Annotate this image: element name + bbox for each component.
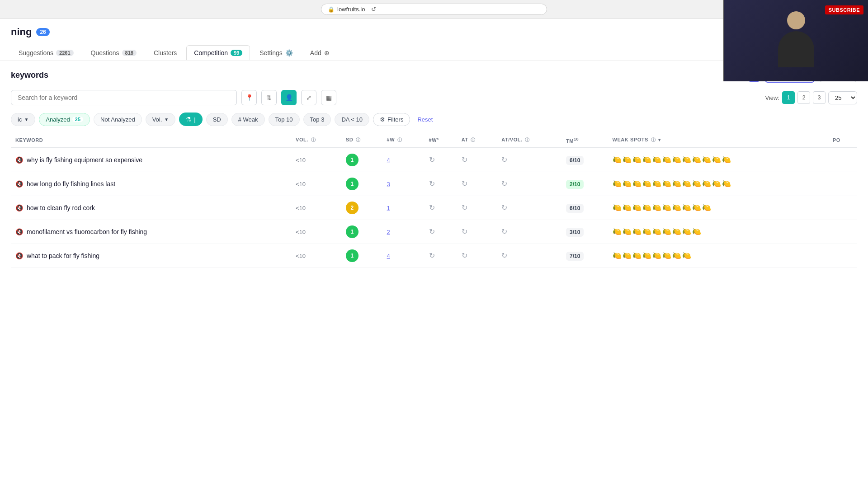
fruit-icon: 🍋 bbox=[632, 227, 642, 236]
weak-spots-cell-2: 🍋🍋🍋🍋🍋🍋🍋🍋🍋🍋 bbox=[608, 196, 828, 220]
w3-refresh-4[interactable]: ↻ bbox=[429, 252, 435, 259]
vol-value-3: <10 bbox=[296, 229, 306, 235]
speaker-icon-2[interactable]: 🔇 bbox=[15, 204, 23, 211]
list-icon-4[interactable]: ≡ bbox=[110, 252, 113, 259]
w3-refresh-2[interactable]: ↻ bbox=[429, 204, 435, 211]
atvol-refresh-3[interactable]: ↻ bbox=[501, 228, 507, 235]
weak-spots-icons-1: 🍋🍋🍋🍋🍋🍋🍋🍋🍋🍋🍋🍋 bbox=[613, 179, 824, 188]
vol-cell-1: <10 bbox=[291, 172, 341, 196]
weak-spots-icons-4: 🍋🍋🍋🍋🍋🍋🍋🍋 bbox=[613, 251, 824, 260]
at-cell-1: ↻ bbox=[457, 172, 497, 196]
at-refresh-1[interactable]: ↻ bbox=[462, 180, 467, 188]
weak-filter-chip[interactable]: # Weak bbox=[231, 113, 265, 126]
external-link-icon-1[interactable]: ↗ bbox=[132, 180, 137, 187]
analyzed-filter-chip[interactable]: Analyzed 25 bbox=[39, 113, 90, 126]
sd-filter-chip[interactable]: SD bbox=[206, 113, 228, 126]
reset-button[interactable]: Reset bbox=[414, 113, 436, 126]
external-link-icon-2[interactable]: ↗ bbox=[112, 204, 117, 211]
w3-cell-3: ↻ bbox=[425, 220, 457, 244]
address-bar[interactable]: 🔒 lowfruits.io ↺ bbox=[321, 4, 547, 15]
external-link-icon-4[interactable]: ↗ bbox=[116, 252, 121, 259]
view-1-button[interactable]: 1 bbox=[782, 91, 795, 104]
copy-icon-2[interactable]: ⧉ bbox=[99, 204, 103, 211]
tm-cell-3: 3/10 bbox=[561, 220, 608, 244]
external-link-icon-0[interactable]: ↗ bbox=[159, 156, 164, 163]
speaker-icon-1[interactable]: 🔇 bbox=[15, 180, 23, 188]
filters-button[interactable]: ⚙ Filters bbox=[373, 113, 410, 126]
col-sd: SD ⓘ bbox=[341, 133, 382, 148]
sd-badge-2: 2 bbox=[346, 202, 359, 214]
tab-suggestions-label: Suggestions bbox=[19, 49, 53, 56]
w3-refresh-3[interactable]: ↻ bbox=[429, 228, 435, 235]
url-text: lowfruits.io bbox=[337, 6, 365, 13]
list-icon-0[interactable]: ≡ bbox=[153, 156, 156, 163]
atvol-cell-3: ↻ bbox=[497, 220, 561, 244]
w-value-3[interactable]: 2 bbox=[387, 229, 390, 235]
at-refresh-2[interactable]: ↻ bbox=[462, 204, 467, 211]
vol-cell-4: <10 bbox=[291, 244, 341, 267]
at-refresh-0[interactable]: ↻ bbox=[462, 156, 467, 164]
topic-filter-chip[interactable]: ic ▼ bbox=[11, 113, 35, 126]
speaker-icon-0[interactable]: 🔇 bbox=[15, 156, 23, 164]
share-icon[interactable]: ⤢ bbox=[301, 90, 316, 105]
tab-questions[interactable]: Questions 818 bbox=[83, 45, 144, 60]
grid-view-icon[interactable]: ▦ bbox=[321, 90, 336, 105]
w3-refresh-1[interactable]: ↻ bbox=[429, 180, 435, 188]
top10-filter-chip[interactable]: Top 10 bbox=[269, 113, 300, 126]
sort-icon[interactable]: ⇅ bbox=[261, 90, 277, 105]
tab-clusters[interactable]: Clusters bbox=[146, 45, 184, 60]
reload-button[interactable]: ↺ bbox=[371, 6, 376, 13]
atvol-refresh-1[interactable]: ↻ bbox=[501, 180, 507, 188]
list-icon-3[interactable]: ≡ bbox=[157, 228, 161, 235]
not-analyzed-filter-chip[interactable]: Not Analyzed bbox=[94, 113, 142, 126]
tab-suggestions[interactable]: Suggestions 2261 bbox=[11, 45, 81, 60]
tab-competition[interactable]: Competition 99 bbox=[186, 45, 250, 60]
per-page-select[interactable]: 25 50 100 bbox=[828, 91, 857, 104]
copy-icon-4[interactable]: ⧉ bbox=[103, 252, 107, 259]
copy-icon-3[interactable]: ⧉ bbox=[151, 228, 155, 235]
w-value-2[interactable]: 1 bbox=[387, 205, 390, 211]
fruit-icon: 🍋 bbox=[672, 179, 681, 188]
person-filter-icon[interactable]: 👤 bbox=[281, 90, 297, 105]
speaker-icon-4[interactable]: 🔇 bbox=[15, 252, 23, 259]
fruit-icon: 🍋 bbox=[682, 203, 691, 212]
page-title: ning bbox=[11, 26, 32, 38]
fruit-icon: 🍋 bbox=[652, 179, 661, 188]
keyword-table: KEYWORD VOL. ⓘ SD ⓘ #W ⓘ #W³ AT ⓘ AT/VOL… bbox=[11, 133, 857, 268]
active-filter-chip[interactable]: ⚗ | bbox=[179, 113, 202, 126]
atvol-refresh-4[interactable]: ↻ bbox=[501, 252, 507, 259]
top10-label: Top 10 bbox=[275, 116, 293, 123]
search-input[interactable] bbox=[11, 90, 237, 105]
w-value-4[interactable]: 4 bbox=[387, 253, 390, 259]
atvol-cell-2: ↻ bbox=[497, 196, 561, 220]
fruit-icon: 🍋 bbox=[722, 179, 731, 188]
location-filter-icon[interactable]: 📍 bbox=[241, 90, 257, 105]
speaker-icon-3[interactable]: 🔇 bbox=[15, 228, 23, 235]
tab-settings[interactable]: Settings ⚙️ bbox=[252, 45, 301, 60]
tm-cell-4: 7/10 bbox=[561, 244, 608, 267]
atvol-refresh-0[interactable]: ↻ bbox=[501, 156, 507, 164]
tab-add[interactable]: Add ⊕ bbox=[302, 45, 337, 60]
view-2-button[interactable]: 2 bbox=[797, 91, 810, 104]
vol-filter-chip[interactable]: Vol. ▼ bbox=[146, 113, 176, 126]
fruit-icon: 🍋 bbox=[672, 251, 681, 260]
at-cell-2: ↻ bbox=[457, 196, 497, 220]
keyword-text-4: what to pack for fly fishing bbox=[27, 252, 99, 259]
copy-icon-0[interactable]: ⧉ bbox=[146, 156, 150, 164]
external-link-icon-3[interactable]: ↗ bbox=[164, 228, 169, 235]
top3-filter-chip[interactable]: Top 3 bbox=[303, 113, 331, 126]
fruit-icon: 🍋 bbox=[613, 155, 622, 164]
list-icon-1[interactable]: ≡ bbox=[126, 180, 129, 187]
view-3-button[interactable]: 3 bbox=[813, 91, 826, 104]
fruit-icon: 🍋 bbox=[632, 203, 642, 212]
atvol-refresh-2[interactable]: ↻ bbox=[501, 204, 507, 211]
w-value-0[interactable]: 4 bbox=[387, 157, 390, 164]
at-refresh-4[interactable]: ↻ bbox=[462, 252, 467, 259]
at-cell-0: ↻ bbox=[457, 148, 497, 172]
copy-icon-1[interactable]: ⧉ bbox=[119, 180, 123, 188]
w-value-1[interactable]: 3 bbox=[387, 181, 390, 188]
list-icon-2[interactable]: ≡ bbox=[105, 204, 109, 211]
da-filter-chip[interactable]: DA < 10 bbox=[335, 113, 369, 126]
at-refresh-3[interactable]: ↻ bbox=[462, 228, 467, 235]
w3-refresh-0[interactable]: ↻ bbox=[429, 156, 435, 164]
